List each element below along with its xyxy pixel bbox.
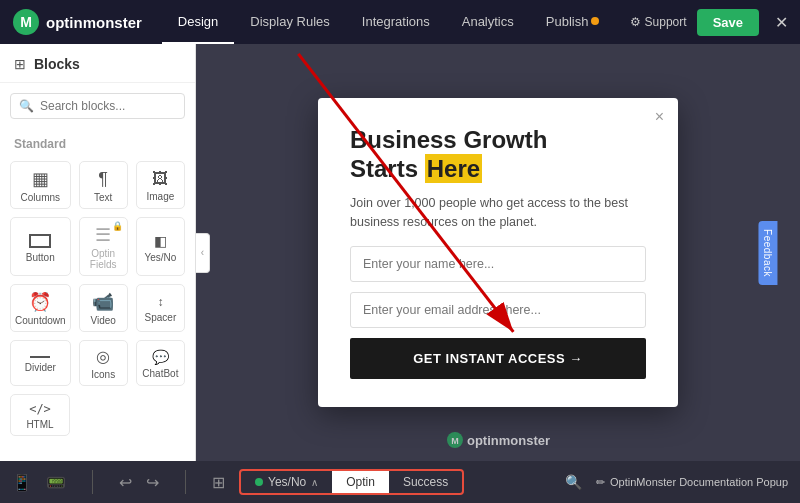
- bottom-divider-2: [185, 470, 186, 494]
- block-columns[interactable]: ▦ Columns: [10, 161, 71, 209]
- block-yesno[interactable]: ◧ Yes/No: [136, 217, 185, 276]
- save-button[interactable]: Save: [697, 9, 759, 36]
- block-button[interactable]: Button: [10, 217, 71, 276]
- block-optin-fields[interactable]: 🔒 ☰ Optin Fields: [79, 217, 128, 276]
- countdown-icon: ⏰: [29, 293, 51, 311]
- search-icon: 🔍: [19, 99, 34, 113]
- block-chatbot[interactable]: 💬 ChatBot: [136, 340, 185, 386]
- cta-button[interactable]: GET INSTANT ACCESS →: [350, 338, 646, 379]
- block-html-label: HTML: [26, 419, 53, 430]
- search-input[interactable]: [40, 99, 176, 113]
- popup-subtext: Join over 1,000 people who get access to…: [350, 194, 646, 232]
- collapse-sidebar-tab[interactable]: ‹: [196, 233, 210, 273]
- popup-card: × Business Growth Starts Here Join over …: [318, 98, 678, 406]
- columns-icon: ▦: [32, 170, 49, 188]
- nav-tab-analytics[interactable]: Analytics: [446, 0, 530, 44]
- sidebar-title: Blocks: [34, 56, 80, 72]
- active-dot: [255, 478, 263, 486]
- mobile-icon[interactable]: 📱: [12, 473, 32, 492]
- chatbot-icon: 💬: [152, 350, 169, 364]
- block-divider-label: Divider: [25, 362, 56, 373]
- block-text[interactable]: ¶ Text: [79, 161, 128, 209]
- svg-text:M: M: [20, 14, 32, 30]
- image-icon: 🖼: [152, 171, 168, 187]
- block-spacer-label: Spacer: [145, 312, 177, 323]
- bottom-right: 🔍 ✏ OptinMonster Documentation Popup: [565, 474, 788, 490]
- canvas-logo-icon: M: [446, 431, 464, 449]
- html-icon: </>: [29, 403, 51, 415]
- logo-area: M optinmonster: [12, 8, 142, 36]
- tab-optin[interactable]: Optin: [332, 471, 389, 493]
- divider-icon: [30, 356, 50, 358]
- popup-close-button[interactable]: ×: [655, 108, 664, 126]
- name-input[interactable]: [350, 246, 646, 282]
- tab-success[interactable]: Success: [389, 471, 462, 493]
- block-text-label: Text: [94, 192, 112, 203]
- logo-icon: M: [12, 8, 40, 36]
- email-input[interactable]: [350, 292, 646, 328]
- redo-icon[interactable]: ↪: [146, 473, 159, 492]
- block-countdown[interactable]: ⏰ Countdown: [10, 284, 71, 332]
- optin-icon: ☰: [95, 226, 111, 244]
- block-image[interactable]: 🖼 Image: [136, 161, 185, 209]
- svg-text:M: M: [451, 436, 459, 446]
- icons-block-icon: ◎: [96, 349, 110, 365]
- block-yesno-label: Yes/No: [144, 252, 176, 263]
- sidebar-header: ⊞ Blocks: [0, 44, 195, 83]
- bottom-bar: 📱 📟 ↩ ↪ ⊞ Yes/No ∧ Optin Success 🔍 ✏ Opt…: [0, 461, 800, 503]
- publish-dot: [591, 17, 599, 25]
- main-layout: ⊞ Blocks 🔍 Standard ▦ Columns ¶ Text 🖼 I…: [0, 44, 800, 461]
- bottom-icons: 📱 📟 ↩ ↪ ⊞: [12, 470, 225, 494]
- feedback-tab[interactable]: Feedback: [759, 221, 778, 285]
- top-navigation: M optinmonster Design Display Rules Inte…: [0, 0, 800, 44]
- grid-icon[interactable]: ⊞: [212, 473, 225, 492]
- button-icon: [29, 234, 51, 248]
- block-divider[interactable]: Divider: [10, 340, 71, 386]
- nav-tabs: Design Display Rules Integrations Analyt…: [162, 0, 630, 44]
- video-icon: 📹: [92, 293, 114, 311]
- close-button[interactable]: ✕: [775, 13, 788, 32]
- edit-label: ✏ OptinMonster Documentation Popup: [596, 476, 788, 489]
- nav-tab-publish[interactable]: Publish: [530, 0, 616, 44]
- nav-tab-display-rules[interactable]: Display Rules: [234, 0, 345, 44]
- block-columns-label: Columns: [21, 192, 60, 203]
- nav-tab-design[interactable]: Design: [162, 0, 234, 44]
- block-countdown-label: Countdown: [15, 315, 66, 326]
- block-video-label: Video: [90, 315, 115, 326]
- bottom-divider: [92, 470, 93, 494]
- section-label: Standard: [0, 129, 195, 157]
- nav-tab-integrations[interactable]: Integrations: [346, 0, 446, 44]
- block-optin-label: Optin Fields: [84, 248, 123, 270]
- logo-text: optinmonster: [46, 14, 142, 31]
- canvas-logo: M optinmonster: [446, 431, 550, 449]
- support-button[interactable]: ⚙ Support: [630, 15, 687, 29]
- blocks-grid: ▦ Columns ¶ Text 🖼 Image Button 🔒 ☰: [0, 157, 195, 390]
- yesno-icon: ◧: [154, 234, 167, 248]
- block-spacer[interactable]: ↕ Spacer: [136, 284, 185, 332]
- canvas-area: ‹ × Business Growth Starts Here Join ove…: [196, 44, 800, 461]
- heading-highlight: Here: [425, 154, 482, 183]
- popup-heading: Business Growth Starts Here: [350, 126, 646, 184]
- block-chatbot-label: ChatBot: [142, 368, 178, 379]
- lock-icon: 🔒: [112, 221, 123, 231]
- tab-yesno[interactable]: Yes/No ∧: [241, 471, 332, 493]
- block-video[interactable]: 📹 Video: [79, 284, 128, 332]
- nav-right: ⚙ Support Save ✕: [630, 9, 788, 36]
- spacer-icon: ↕: [157, 296, 163, 308]
- bottom-search-icon[interactable]: 🔍: [565, 474, 582, 490]
- bottom-view-tabs: Yes/No ∧ Optin Success: [239, 469, 464, 495]
- block-image-label: Image: [147, 191, 175, 202]
- block-icons[interactable]: ◎ Icons: [79, 340, 128, 386]
- sidebar: ⊞ Blocks 🔍 Standard ▦ Columns ¶ Text 🖼 I…: [0, 44, 196, 461]
- bottom-tabs-wrapper: Yes/No ∧ Optin Success: [239, 469, 464, 495]
- block-html[interactable]: </> HTML: [10, 394, 70, 436]
- text-icon: ¶: [98, 170, 108, 188]
- undo-icon[interactable]: ↩: [119, 473, 132, 492]
- search-box[interactable]: 🔍: [10, 93, 185, 119]
- block-button-label: Button: [26, 252, 55, 263]
- tablet-icon[interactable]: 📟: [46, 473, 66, 492]
- blocks-icon: ⊞: [14, 56, 26, 72]
- block-icons-label: Icons: [91, 369, 115, 380]
